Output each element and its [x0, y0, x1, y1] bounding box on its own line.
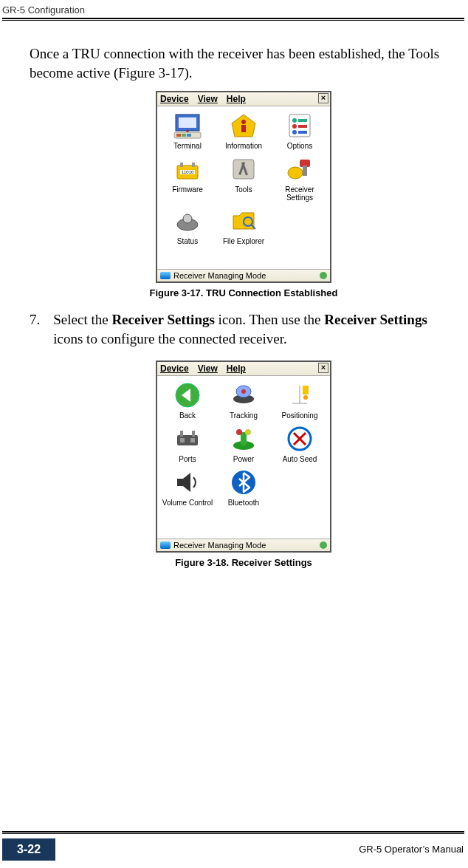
positioning-icon: [283, 380, 316, 410]
running-header: GR-5 Configuration: [2, 4, 85, 16]
svg-rect-6: [187, 134, 191, 137]
svg-rect-1: [179, 117, 196, 128]
tracking-icon: [227, 380, 260, 410]
receiver-settings-grid: Back Tracking Positioning: [157, 376, 330, 539]
menu-view[interactable]: View: [198, 94, 218, 104]
close-button[interactable]: ×: [318, 363, 328, 373]
svg-point-48: [236, 429, 242, 435]
information-item[interactable]: Information: [216, 111, 271, 150]
file-explorer-item[interactable]: File Explorer: [216, 206, 271, 245]
receiver-settings-label: Receiver Settings: [274, 185, 326, 202]
svg-rect-14: [298, 125, 307, 128]
status-receiver-icon: [160, 272, 171, 279]
ports-label: Ports: [179, 455, 196, 463]
power-item[interactable]: Power: [216, 424, 271, 463]
step-text-b: Receiver Settings: [111, 312, 214, 327]
tools-icon-grid: Terminal Information Options: [157, 106, 330, 269]
svg-rect-47: [241, 432, 247, 445]
volume-control-label: Volume Control: [162, 499, 213, 507]
svg-point-8: [241, 120, 246, 124]
bluetooth-item[interactable]: Bluetooth: [216, 468, 271, 507]
step-text-c: icon. Then use the: [215, 312, 324, 327]
svg-rect-16: [298, 131, 307, 134]
firmware-item[interactable]: 11010 Firmware: [160, 154, 215, 202]
ports-icon: [171, 424, 204, 454]
information-icon: [227, 111, 260, 140]
svg-point-13: [292, 124, 297, 129]
svg-rect-39: [303, 386, 309, 394]
tracking-label: Tracking: [230, 411, 258, 420]
figure-3-18: Device View Help × Back Tracking: [30, 360, 458, 568]
menubar: Device View Help ×: [157, 362, 330, 376]
menu-device[interactable]: Device: [160, 363, 189, 374]
step-text-a: Select the: [53, 312, 111, 327]
status-label: Status: [177, 237, 198, 245]
tracking-item[interactable]: Tracking: [216, 380, 271, 420]
positioning-item[interactable]: Positioning: [272, 380, 327, 420]
back-item[interactable]: Back: [160, 380, 215, 420]
empty-cell: [272, 468, 327, 507]
auto-seed-icon: [283, 424, 316, 454]
step-number: 7.: [30, 310, 40, 348]
power-label: Power: [233, 455, 254, 463]
file-explorer-icon: [227, 206, 260, 236]
statusbar: Receiver Managing Mode: [157, 539, 330, 551]
svg-rect-44: [180, 431, 183, 437]
auto-seed-item[interactable]: Auto Seed: [272, 424, 327, 463]
footer-manual-title: GR-5 Operator’s Manual: [359, 844, 464, 855]
tru-tools-window: Device View Help × Terminal Informat: [156, 91, 331, 283]
information-label: Information: [225, 142, 262, 150]
tools-item[interactable]: Tools: [216, 154, 271, 202]
svg-point-11: [292, 118, 297, 123]
svg-text:11010: 11010: [182, 170, 194, 174]
positioning-label: Positioning: [282, 411, 318, 420]
figure-3-18-caption: Figure 3-18. Receiver Settings: [30, 557, 458, 568]
svg-point-36: [241, 389, 246, 394]
volume-control-item[interactable]: Volume Control: [160, 468, 215, 507]
step-body: Select the Receiver Settings icon. Then …: [53, 310, 458, 348]
tools-label: Tools: [235, 185, 252, 194]
svg-rect-9: [241, 125, 246, 132]
terminal-item[interactable]: Terminal: [160, 111, 215, 150]
bluetooth-icon: [227, 468, 260, 497]
power-icon: [227, 424, 260, 454]
firmware-label: Firmware: [172, 185, 203, 194]
empty-cell: [272, 206, 327, 245]
terminal-icon: [171, 111, 204, 140]
step-7: 7. Select the Receiver Settings icon. Th…: [30, 310, 458, 348]
firmware-icon: 11010: [171, 154, 204, 184]
statusbar: Receiver Managing Mode: [157, 269, 330, 281]
svg-rect-12: [298, 119, 307, 122]
menubar: Device View Help ×: [157, 92, 330, 106]
svg-rect-45: [192, 431, 195, 437]
page-content: Once a TRU connection with the receiver …: [30, 44, 458, 580]
ports-item[interactable]: Ports: [160, 424, 215, 463]
svg-point-25: [288, 167, 303, 179]
tools-icon: [227, 154, 260, 184]
bluetooth-label: Bluetooth: [228, 499, 259, 507]
receiver-settings-item[interactable]: Receiver Settings: [272, 154, 327, 202]
step-text-d: Receiver Settings: [324, 312, 427, 327]
status-item[interactable]: Status: [160, 206, 215, 245]
back-label: Back: [179, 411, 196, 420]
page-number: 3-22: [2, 838, 55, 861]
menu-help[interactable]: Help: [227, 94, 246, 104]
file-explorer-label: File Explorer: [223, 237, 264, 245]
svg-rect-4: [176, 134, 181, 137]
receiver-settings-icon: [283, 154, 316, 184]
status-receiver-icon: [160, 541, 171, 549]
svg-point-49: [245, 429, 251, 435]
svg-point-15: [292, 130, 297, 134]
close-button[interactable]: ×: [318, 93, 328, 103]
step-text-e: icons to configure the connected receive…: [53, 331, 287, 346]
svg-rect-5: [182, 134, 186, 137]
menu-device[interactable]: Device: [160, 94, 189, 104]
svg-rect-20: [180, 163, 183, 167]
header-rule: [2, 18, 464, 21]
options-label: Options: [287, 142, 312, 150]
options-icon: [283, 111, 316, 140]
menu-help[interactable]: Help: [227, 363, 246, 374]
footer-rule: [2, 831, 464, 834]
menu-view[interactable]: View: [198, 363, 218, 374]
options-item[interactable]: Options: [272, 111, 327, 150]
